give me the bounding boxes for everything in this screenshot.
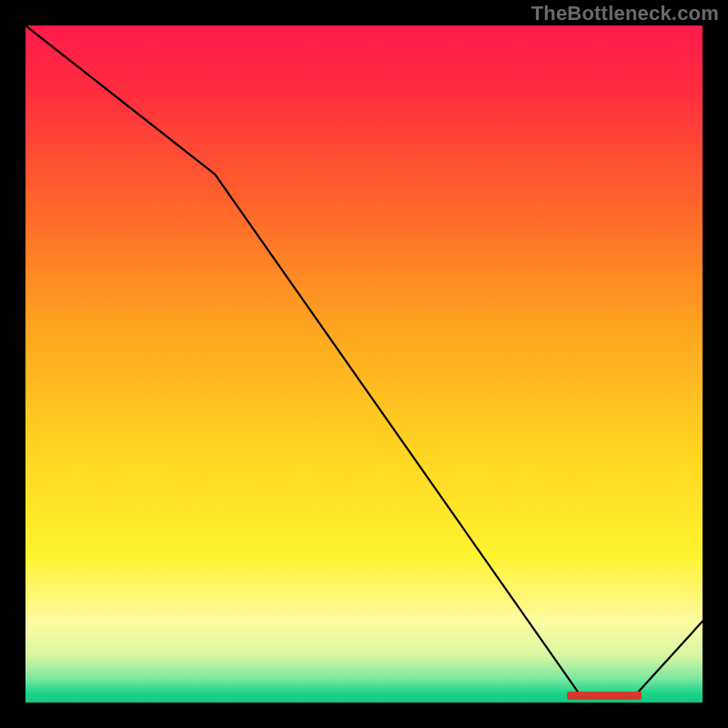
optimal-range-marker <box>567 692 642 700</box>
plot-inner <box>25 25 703 703</box>
gradient-background <box>25 25 703 703</box>
plot-area <box>25 25 703 703</box>
watermark-text: TheBottleneck.com <box>531 2 719 25</box>
bottleneck-chart <box>25 25 703 703</box>
chart-frame: TheBottleneck.com <box>0 0 728 728</box>
